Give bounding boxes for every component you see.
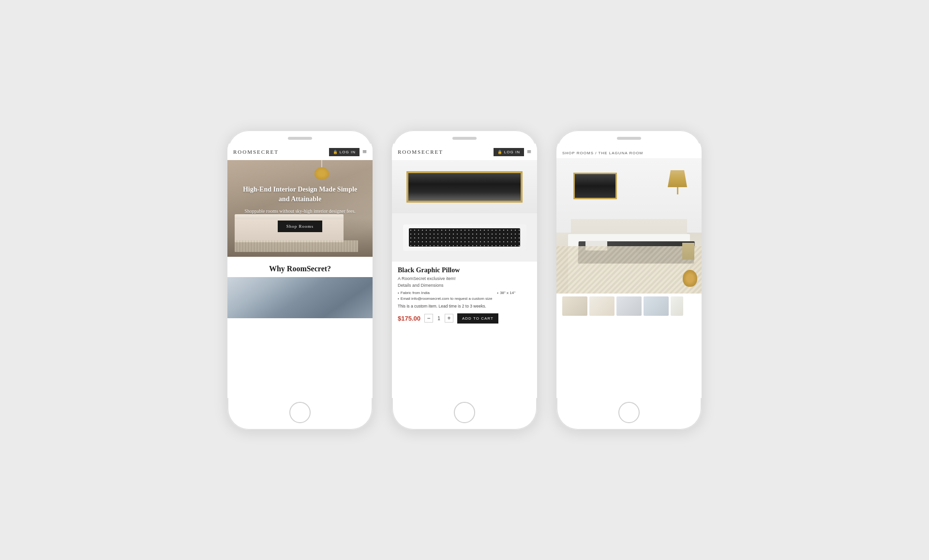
phone-3: SHOP ROOMS / THE LAGUNA ROOM [556,130,702,430]
hero-subtitle: Shoppable rooms without sky-high interio… [237,207,363,215]
bedroom-basket [683,270,697,287]
thumbnail-5[interactable] [671,296,683,316]
bottom-room-overlay [227,277,373,318]
bedroom-art [573,173,617,199]
phone-2: ROOMSECRET 🔒 LOG IN ≡ [392,130,537,430]
bedroom-rug [556,246,702,294]
phone-2-home-button[interactable] [454,402,475,423]
pillow-inner [409,228,520,247]
phone-2-nav-right: 🔒 LOG IN ≡ [494,147,531,156]
spec-bullet-1: • [398,291,399,295]
lamp-post [677,187,678,194]
phone-2-login-label: LOG IN [504,150,520,154]
phone-3-home-button[interactable] [618,402,640,423]
product-info: Black Graphic Pillow A RoomSecret exclus… [392,262,537,398]
lock-icon: 🔒 [333,150,338,154]
spec-fabric: • Fabric from India [398,291,492,295]
quantity-control: − 1 + [424,314,453,323]
product-details-label: Details and Dimensions [398,283,531,288]
phone-1-why-section: Why RoomSecret? [227,257,373,277]
phone-1-logo: ROOMSECRET [233,149,279,155]
lamp-shade [668,170,687,187]
phone-2-nav: ROOMSECRET 🔒 LOG IN ≡ [392,144,537,160]
product-specs: • Fabric from India • Email info@roomsec… [398,291,531,301]
product-exclusive: A RoomSecret exclusive item! [398,276,531,281]
quantity-decrease-button[interactable]: − [424,314,433,323]
phone-3-thumbnails [556,294,702,319]
pendant-shade [315,167,329,179]
product-title: Black Graphic Pillow [398,266,531,274]
spec-dimensions: • 38" x 14" [497,291,515,295]
phone-3-main-image [556,158,702,294]
phone-2-login-button[interactable]: 🔒 LOG IN [494,148,524,156]
thumbnail-4[interactable] [644,296,669,316]
thumbnail-2[interactable] [589,296,614,316]
product-price: $175.00 [398,315,420,322]
thumbnail-3[interactable] [616,296,642,316]
thumbnail-1[interactable] [562,296,587,316]
phone-2-logo: ROOMSECRET [398,149,443,155]
product-image-bottom [392,213,537,262]
add-to-cart-button[interactable]: ADD TO CART [457,313,498,324]
phone-3-breadcrumb: SHOP ROOMS / THE LAGUNA ROOM [556,144,702,158]
phone-2-screen: ROOMSECRET 🔒 LOG IN ≡ [392,144,537,398]
product-image-top [392,160,537,213]
breadcrumb-text: SHOP ROOMS / THE LAGUNA ROOM [562,151,643,155]
phone-2-speaker [452,137,477,140]
hero-content: High-End Interior Design Made Simple and… [227,185,373,232]
spec-bullet-2: • [398,296,399,301]
phone-3-speaker [617,137,641,140]
phones-container: ROOMSECRET 🔒 LOG IN ≡ [227,130,702,430]
spec-dimensions-text: 38" x 14" [500,291,515,295]
phone-1-screen: ROOMSECRET 🔒 LOG IN ≡ [227,144,373,398]
specs-col-right: • 38" x 14" [497,291,515,301]
framed-photo [406,171,523,203]
phone-1-nav: ROOMSECRET 🔒 LOG IN ≡ [227,144,373,160]
phone-1-nav-right: 🔒 LOG IN ≡ [329,147,367,156]
shop-rooms-button[interactable]: Shop Rooms [278,221,322,232]
bedroom-nightstand [682,243,694,260]
pendant-cord [321,160,322,167]
pillow-graphic [403,224,526,251]
hero-title: High-End Interior Design Made Simple and… [237,185,363,204]
product-images [392,160,537,262]
product-cart-row: $175.00 − 1 + ADD TO CART [398,313,531,324]
spec-fabric-text: Fabric from India [401,291,430,295]
phone-1-home-button[interactable] [289,402,311,423]
specs-col-left: • Fabric from India • Email info@roomsec… [398,291,492,301]
phone-1-login-button[interactable]: 🔒 LOG IN [329,148,360,156]
hero-rug [235,240,358,252]
phone-1-hero: High-End Interior Design Made Simple and… [227,160,373,257]
hamburger-icon[interactable]: ≡ [362,147,367,156]
phone-2-lock-icon: 🔒 [497,150,503,154]
phone-2-hamburger-icon[interactable]: ≡ [527,147,531,156]
quantity-value: 1 [435,316,443,321]
phone-1-bottom-image [227,277,373,318]
product-custom-note: This is a custom item. Lead time is 2 to… [398,304,531,309]
phone-1-login-label: LOG IN [340,150,356,154]
phone-1-speaker [288,137,312,140]
bedroom-lamp [668,170,687,194]
spec-bullet-3: • [497,291,498,295]
hero-pendant-light [315,160,329,179]
spec-email-text: Email info@roomsecret.com to request a c… [401,296,493,301]
quantity-increase-button[interactable]: + [445,314,453,323]
phone-3-screen: SHOP ROOMS / THE LAGUNA ROOM [556,144,702,398]
why-title: Why RoomSecret? [233,265,367,273]
spec-email: • Email info@roomsecret.com to request a… [398,296,492,301]
phone-1: ROOMSECRET 🔒 LOG IN ≡ [227,130,373,430]
